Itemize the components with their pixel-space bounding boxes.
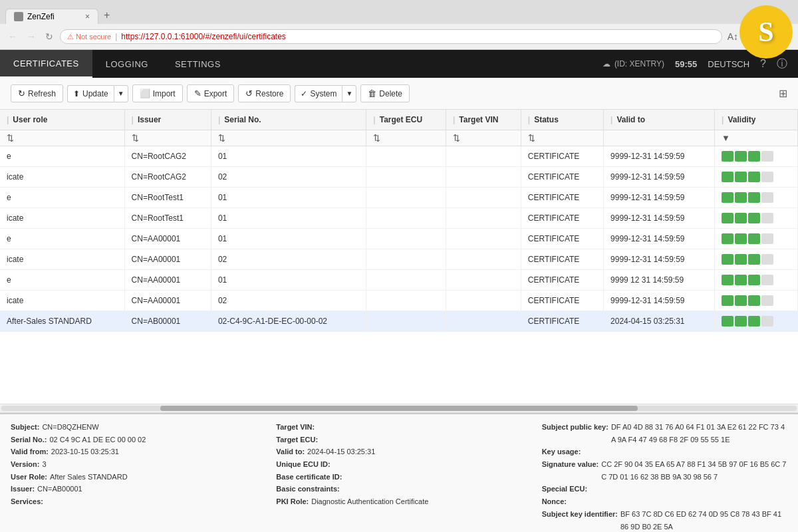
new-tab-button[interactable]: + <box>98 7 115 24</box>
detail-sig-label: Signature value: <box>542 458 599 483</box>
cell-validity <box>715 229 798 249</box>
detail-serial-value: 02 C4 9C A1 DE EC 00 00 02 <box>49 434 146 446</box>
import-button[interactable]: ⬜ Import <box>132 84 183 102</box>
col-header-status: |Status <box>521 110 603 130</box>
cell-user-role: e <box>0 146 124 167</box>
cell-validity <box>715 270 798 291</box>
reload-button[interactable]: ↻ <box>43 30 56 43</box>
forward-button[interactable]: → <box>24 30 39 43</box>
table-row[interactable]: e CN=AA00001 01 CERTIFICATE 9999 12 31 1… <box>0 270 798 291</box>
detail-basic-constraints-row: Basic constraints: <box>276 483 521 495</box>
cell-serial: 01 <box>211 146 366 167</box>
restore-button[interactable]: ↺ Restore <box>238 84 291 102</box>
detail-key-usage-row: Key usage: <box>542 446 787 458</box>
header-right: ☁ (ID: XENTRY) 59:55 DEUTSCH ? ⓘ <box>602 57 798 71</box>
cell-valid-to: 9999-12-31 14:59:59 <box>604 146 715 167</box>
tab-close-button[interactable]: × <box>85 12 90 21</box>
table-row[interactable]: e CN=AA00001 01 CERTIFICATE 9999-12-31 1… <box>0 229 798 249</box>
filter-ecu[interactable]: ⇅ <box>366 130 446 146</box>
table-row[interactable]: e CN=RootTest1 01 CERTIFICATE 9999-12-31… <box>0 188 798 208</box>
font-size-icon[interactable]: A↕ <box>726 30 739 43</box>
detail-col-3: Subject public key: DF A0 4D 88 31 76 A0… <box>542 421 787 532</box>
filter-valid-to[interactable] <box>604 130 715 146</box>
detail-issuer-label: Issuer: <box>11 483 35 495</box>
restore-icon: ↺ <box>245 88 253 98</box>
filter-vin[interactable]: ⇅ <box>446 130 521 146</box>
update-button[interactable]: ⬆ Update <box>67 85 114 102</box>
validity-segment <box>761 316 773 327</box>
validity-segment <box>722 275 733 285</box>
cell-issuer: CN=AA00001 <box>124 249 211 270</box>
detail-valid-to-row: Valid to: 2024-04-15 03:25:31 <box>276 446 521 458</box>
cell-serial: 01 <box>211 270 366 291</box>
update-dropdown-button[interactable]: ▼ <box>114 85 128 102</box>
col-header-serial: |Serial No. <box>211 110 366 130</box>
table-row[interactable]: icate CN=AA00001 02 CERTIFICATE 9999-12-… <box>0 249 798 270</box>
validity-segment <box>761 172 773 182</box>
address-bar[interactable]: ⚠ Not secure | https://127.0.0.1:61000/#… <box>60 29 722 44</box>
help-button[interactable]: ? <box>760 58 766 70</box>
filter-status[interactable]: ⇅ <box>521 130 603 146</box>
cell-status: CERTIFICATE <box>521 188 603 208</box>
detail-panel: Subject: CN=D8QZHENW Serial No.: 02 C4 9… <box>0 413 798 532</box>
filter-issuer[interactable]: ⇅ <box>124 130 211 146</box>
back-button[interactable]: ← <box>5 30 20 43</box>
export-button[interactable]: ✎ Export <box>187 84 235 102</box>
cell-vin <box>446 291 521 311</box>
export-icon: ✎ <box>194 88 201 98</box>
delete-button[interactable]: 🗑 Delete <box>360 84 410 102</box>
table-row[interactable]: icate CN=RootTest1 01 CERTIFICATE 9999-1… <box>0 208 798 229</box>
validity-segment <box>748 233 760 244</box>
validity-segment <box>735 275 747 285</box>
validity-segment <box>748 192 760 203</box>
table-row[interactable]: e CN=RootCAG2 01 CERTIFICATE 9999-12-31 … <box>0 146 798 167</box>
validity-segment <box>735 213 747 223</box>
detail-unique-ecu-label: Unique ECU ID: <box>276 458 330 471</box>
cell-user-role: icate <box>0 249 124 270</box>
filter-user-role[interactable]: ⇅ <box>0 130 124 146</box>
scroll-thumb[interactable] <box>160 406 638 411</box>
nav-settings[interactable]: SETTINGS <box>162 50 234 78</box>
cell-vin <box>446 167 521 188</box>
grid-view-icon[interactable]: ⊞ <box>779 88 787 99</box>
system-dropdown-button[interactable]: ▼ <box>342 85 356 102</box>
cell-vin <box>446 270 521 291</box>
table-row[interactable]: After-Sales STANDARD CN=AB00001 02-C4-9C… <box>0 311 798 332</box>
browser-tab[interactable]: ZenZefi × <box>5 9 98 24</box>
system-button-split: ✓ System ▼ <box>295 85 356 102</box>
detail-valid-from-value: 2023-10-15 03:25:31 <box>51 446 119 458</box>
cell-status: CERTIFICATE <box>521 208 603 229</box>
col-header-user-role: |User role <box>0 110 124 130</box>
cell-vin <box>446 188 521 208</box>
system-button[interactable]: ✓ System <box>295 85 342 102</box>
detail-version-value: 3 <box>42 458 46 471</box>
update-icon: ⬆ <box>73 89 80 98</box>
watermark-letter: S <box>758 16 773 48</box>
horizontal-scrollbar[interactable] <box>0 404 798 413</box>
detail-version-row: Version: 3 <box>11 458 256 471</box>
validity-segment <box>735 254 747 265</box>
detail-pki-role-row: PKI Role: Diagnostic Authentication Cert… <box>276 495 521 508</box>
validity-segment <box>735 233 747 244</box>
detail-special-ecu-label: Special ECU: <box>542 483 587 495</box>
language-selector[interactable]: DEUTSCH <box>708 59 749 69</box>
cell-valid-to: 9999-12-31 14:59:59 <box>604 167 715 188</box>
detail-valid-to-label: Valid to: <box>276 446 305 458</box>
cell-validity <box>715 188 798 208</box>
table-row[interactable]: icate CN=RootCAG2 02 CERTIFICATE 9999-12… <box>0 167 798 188</box>
cell-issuer: CN=AA00001 <box>124 270 211 291</box>
cell-ecu <box>366 249 446 270</box>
refresh-button[interactable]: ↻ Refresh <box>11 84 63 102</box>
filter-serial[interactable]: ⇅ <box>211 130 366 146</box>
watermark-logo: S <box>739 5 793 59</box>
nav-logging[interactable]: LOGGING <box>92 50 162 78</box>
cell-ecu <box>366 188 446 208</box>
nav-certificates[interactable]: CERTIFICATES <box>0 50 92 78</box>
validity-segment <box>735 151 747 162</box>
info-button[interactable]: ⓘ <box>777 57 787 71</box>
filter-validity[interactable]: ▼ <box>715 130 798 146</box>
cell-ecu <box>366 146 446 167</box>
table-row[interactable]: icate CN=AA00001 02 CERTIFICATE 9999-12-… <box>0 291 798 311</box>
cell-issuer: CN=RootTest1 <box>124 208 211 229</box>
validity-segment <box>748 316 760 327</box>
